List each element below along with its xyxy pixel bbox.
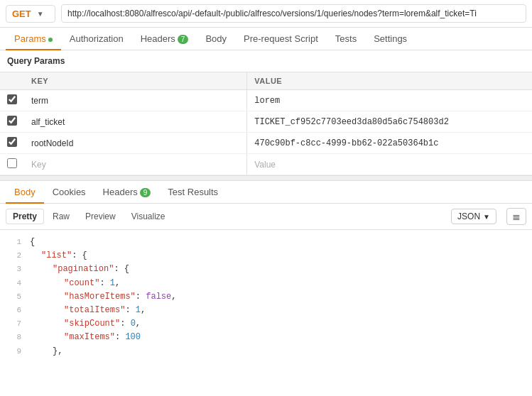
code-line-4: 4 "count": 1, bbox=[0, 277, 532, 290]
table-row: rootNodeId 470c90bf-c8cc-4999-bb62-022a5… bbox=[0, 133, 532, 154]
headers-badge: 7 bbox=[178, 35, 189, 44]
view-preview[interactable]: Preview bbox=[78, 209, 123, 224]
row-checkbox[interactable] bbox=[7, 158, 17, 168]
checkbox-cell[interactable] bbox=[0, 133, 24, 154]
response-headers-badge: 9 bbox=[140, 188, 151, 197]
checkbox-cell[interactable] bbox=[0, 111, 24, 133]
table-row-empty: Key Value bbox=[0, 154, 532, 175]
param-value[interactable]: 470c90bf-c8cc-4999-bb62-022a50364b1c bbox=[247, 133, 532, 154]
row-checkbox[interactable] bbox=[7, 116, 17, 126]
code-line-3: 3 "pagination": { bbox=[0, 263, 532, 276]
section-divider bbox=[0, 175, 532, 181]
code-area: 1 { 2 "list": { 3 "pagination": { 4 "cou… bbox=[0, 230, 532, 364]
view-pretty[interactable]: Pretty bbox=[6, 209, 44, 224]
code-line-8: 8 "maxItems": 100 bbox=[0, 331, 532, 344]
params-dot bbox=[48, 38, 53, 42]
tab-response-cookies[interactable]: Cookies bbox=[44, 181, 94, 203]
col-header-value: VALUE bbox=[247, 72, 532, 90]
tab-params[interactable]: Params bbox=[6, 28, 61, 50]
param-key[interactable]: rootNodeId bbox=[24, 133, 247, 154]
param-value-empty[interactable]: Value bbox=[247, 154, 532, 175]
code-line-1: 1 { bbox=[0, 236, 532, 249]
tab-response-testresults[interactable]: Test Results bbox=[159, 181, 227, 203]
tab-settings[interactable]: Settings bbox=[365, 28, 416, 50]
view-raw[interactable]: Raw bbox=[45, 209, 77, 224]
code-line-7: 7 "skipCount": 0, bbox=[0, 317, 532, 331]
filter-button[interactable]: ≣ bbox=[506, 208, 526, 225]
url-bar: GET ▼ bbox=[0, 0, 532, 28]
param-key-empty[interactable]: Key bbox=[24, 154, 247, 175]
method-selector[interactable]: GET ▼ bbox=[6, 5, 55, 23]
col-header-key: KEY bbox=[24, 72, 247, 90]
response-tab-nav: Body Cookies Headers9 Test Results bbox=[0, 181, 532, 204]
method-label: GET bbox=[12, 9, 31, 19]
tab-body[interactable]: Body bbox=[197, 28, 235, 50]
row-checkbox[interactable] bbox=[7, 137, 17, 147]
chevron-down-icon: ▼ bbox=[483, 213, 490, 221]
code-line-6: 6 "totalItems": 1, bbox=[0, 304, 532, 317]
code-line-2: 2 "list": { bbox=[0, 249, 532, 263]
tab-response-headers[interactable]: Headers9 bbox=[94, 181, 160, 203]
col-header-check bbox=[0, 72, 24, 90]
tab-tests[interactable]: Tests bbox=[327, 28, 365, 50]
row-checkbox[interactable] bbox=[7, 94, 17, 104]
table-row: alf_ticket TICKET_cf952c7703eed3da80d5a6… bbox=[0, 111, 532, 133]
url-input[interactable] bbox=[61, 4, 526, 23]
view-visualize[interactable]: Visualize bbox=[124, 209, 173, 224]
format-selector[interactable]: JSON ▼ bbox=[451, 209, 496, 224]
response-toolbar: Pretty Raw Preview Visualize JSON ▼ ≣ bbox=[0, 204, 532, 230]
tab-headers[interactable]: Headers7 bbox=[132, 28, 197, 50]
request-tab-nav: Params Authorization Headers7 Body Pre-r… bbox=[0, 28, 532, 50]
param-key[interactable]: alf_ticket bbox=[24, 111, 247, 133]
checkbox-cell[interactable] bbox=[0, 90, 24, 111]
code-line-5: 5 "hasMoreItems": false, bbox=[0, 290, 532, 304]
code-line-9: 9 }, bbox=[0, 345, 532, 358]
chevron-down-icon: ▼ bbox=[37, 10, 44, 18]
param-value[interactable]: TICKET_cf952c7703eed3da80d5a6c754803d2 bbox=[247, 111, 532, 133]
checkbox-cell[interactable] bbox=[0, 154, 24, 175]
query-params-title: Query Params bbox=[0, 50, 532, 72]
param-value[interactable]: lorem bbox=[247, 90, 532, 111]
table-row: term lorem bbox=[0, 90, 532, 111]
tab-authorization[interactable]: Authorization bbox=[61, 28, 132, 50]
params-table: KEY VALUE term lorem alf_ticket TICKET_c… bbox=[0, 72, 532, 175]
tab-prerequest[interactable]: Pre-request Script bbox=[235, 28, 327, 50]
param-key[interactable]: term bbox=[24, 90, 247, 111]
tab-response-body[interactable]: Body bbox=[6, 181, 44, 203]
